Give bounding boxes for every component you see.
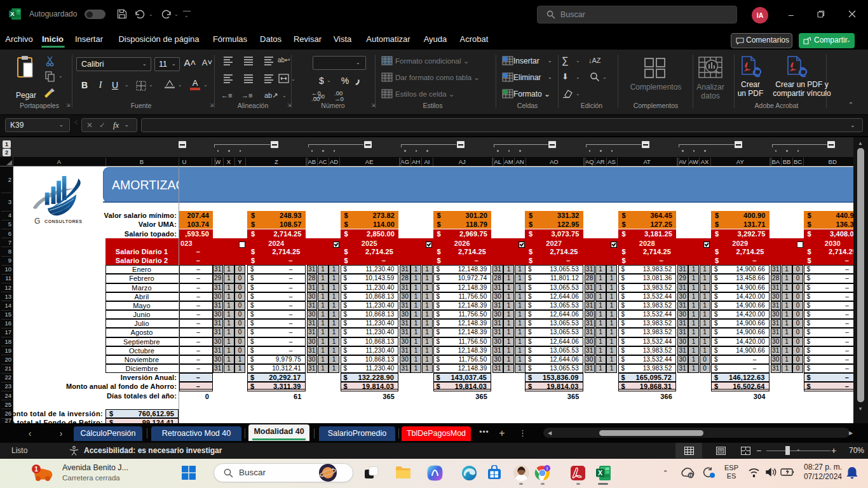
svg-text:1: 1 bbox=[34, 466, 38, 473]
svg-text:X: X bbox=[10, 10, 15, 17]
svg-text:X: X bbox=[598, 469, 602, 477]
svg-text:!: ! bbox=[546, 466, 548, 471]
